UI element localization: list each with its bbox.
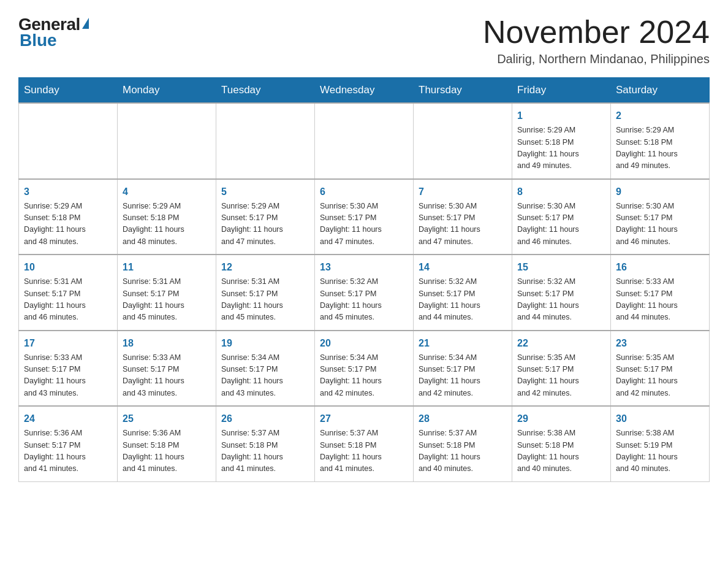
calendar-table: SundayMondayTuesdayWednesdayThursdayFrid… — [18, 77, 710, 482]
weekday-header-wednesday: Wednesday — [315, 78, 414, 104]
calendar-cell: 18Sunrise: 5:33 AM Sunset: 5:17 PM Dayli… — [118, 331, 216, 407]
calendar-cell: 6Sunrise: 5:30 AM Sunset: 5:17 PM Daylig… — [315, 179, 414, 255]
day-number: 21 — [419, 336, 507, 351]
calendar-header: SundayMondayTuesdayWednesdayThursdayFrid… — [19, 78, 710, 104]
day-number: 10 — [24, 260, 112, 275]
calendar-week-4: 17Sunrise: 5:33 AM Sunset: 5:17 PM Dayli… — [19, 331, 710, 407]
day-info: Sunrise: 5:33 AM Sunset: 5:17 PM Dayligh… — [123, 352, 211, 400]
day-info: Sunrise: 5:38 AM Sunset: 5:19 PM Dayligh… — [616, 427, 704, 475]
day-number: 25 — [123, 412, 211, 426]
calendar-cell — [216, 103, 315, 179]
calendar-cell: 28Sunrise: 5:37 AM Sunset: 5:18 PM Dayli… — [414, 406, 512, 481]
calendar-cell: 7Sunrise: 5:30 AM Sunset: 5:17 PM Daylig… — [414, 179, 512, 255]
calendar-cell: 24Sunrise: 5:36 AM Sunset: 5:17 PM Dayli… — [19, 406, 118, 481]
calendar-cell: 22Sunrise: 5:35 AM Sunset: 5:17 PM Dayli… — [512, 331, 611, 407]
calendar-cell — [414, 103, 512, 179]
day-number: 8 — [517, 185, 605, 199]
day-number: 7 — [419, 185, 507, 199]
calendar-cell: 26Sunrise: 5:37 AM Sunset: 5:18 PM Dayli… — [216, 406, 315, 481]
calendar-week-3: 10Sunrise: 5:31 AM Sunset: 5:17 PM Dayli… — [19, 255, 710, 331]
calendar-cell: 13Sunrise: 5:32 AM Sunset: 5:17 PM Dayli… — [315, 255, 414, 331]
weekday-header-saturday: Saturday — [611, 78, 710, 104]
calendar-week-2: 3Sunrise: 5:29 AM Sunset: 5:18 PM Daylig… — [19, 179, 710, 255]
calendar-cell: 1Sunrise: 5:29 AM Sunset: 5:18 PM Daylig… — [512, 103, 611, 179]
calendar-cell: 12Sunrise: 5:31 AM Sunset: 5:17 PM Dayli… — [216, 255, 315, 331]
day-info: Sunrise: 5:31 AM Sunset: 5:17 PM Dayligh… — [123, 276, 211, 324]
weekday-header-monday: Monday — [118, 78, 216, 104]
day-info: Sunrise: 5:30 AM Sunset: 5:17 PM Dayligh… — [419, 201, 507, 248]
day-number: 6 — [320, 185, 408, 199]
day-number: 22 — [517, 336, 605, 351]
calendar-cell: 20Sunrise: 5:34 AM Sunset: 5:17 PM Dayli… — [315, 331, 414, 407]
day-info: Sunrise: 5:36 AM Sunset: 5:18 PM Dayligh… — [123, 427, 211, 475]
day-info: Sunrise: 5:30 AM Sunset: 5:17 PM Dayligh… — [616, 201, 704, 248]
calendar-cell: 8Sunrise: 5:30 AM Sunset: 5:17 PM Daylig… — [512, 179, 611, 255]
day-number: 18 — [123, 336, 211, 351]
calendar-cell: 27Sunrise: 5:37 AM Sunset: 5:18 PM Dayli… — [315, 406, 414, 481]
day-number: 12 — [221, 260, 309, 275]
day-number: 5 — [221, 185, 309, 199]
day-info: Sunrise: 5:30 AM Sunset: 5:17 PM Dayligh… — [517, 201, 605, 248]
day-info: Sunrise: 5:37 AM Sunset: 5:18 PM Dayligh… — [221, 427, 309, 475]
weekday-header-tuesday: Tuesday — [216, 78, 315, 104]
day-info: Sunrise: 5:37 AM Sunset: 5:18 PM Dayligh… — [320, 427, 408, 475]
title-area: November 2024 Dalirig, Northern Mindanao… — [483, 15, 710, 66]
day-info: Sunrise: 5:32 AM Sunset: 5:17 PM Dayligh… — [419, 276, 507, 324]
day-number: 17 — [24, 336, 112, 351]
calendar-cell: 15Sunrise: 5:32 AM Sunset: 5:17 PM Dayli… — [512, 255, 611, 331]
calendar-cell: 21Sunrise: 5:34 AM Sunset: 5:17 PM Dayli… — [414, 331, 512, 407]
weekday-header-thursday: Thursday — [414, 78, 512, 104]
day-info: Sunrise: 5:29 AM Sunset: 5:18 PM Dayligh… — [616, 124, 704, 172]
page-subtitle: Dalirig, Northern Mindanao, Philippines — [483, 52, 710, 66]
day-number: 3 — [24, 185, 112, 199]
calendar-week-5: 24Sunrise: 5:36 AM Sunset: 5:17 PM Dayli… — [19, 406, 710, 481]
day-info: Sunrise: 5:37 AM Sunset: 5:18 PM Dayligh… — [419, 427, 507, 475]
day-info: Sunrise: 5:29 AM Sunset: 5:18 PM Dayligh… — [517, 124, 605, 172]
calendar-cell: 30Sunrise: 5:38 AM Sunset: 5:19 PM Dayli… — [611, 406, 710, 481]
weekday-header-friday: Friday — [512, 78, 611, 104]
calendar-cell: 10Sunrise: 5:31 AM Sunset: 5:17 PM Dayli… — [19, 255, 118, 331]
day-info: Sunrise: 5:34 AM Sunset: 5:17 PM Dayligh… — [320, 352, 408, 400]
calendar-cell: 3Sunrise: 5:29 AM Sunset: 5:18 PM Daylig… — [19, 179, 118, 255]
logo-blue-text: Blue — [20, 31, 57, 50]
day-number: 2 — [616, 109, 704, 123]
logo-triangle-icon — [82, 18, 89, 29]
page-header: General Blue November 2024 Dalirig, Nort… — [18, 15, 710, 66]
day-number: 15 — [517, 260, 605, 275]
day-info: Sunrise: 5:33 AM Sunset: 5:17 PM Dayligh… — [24, 352, 112, 400]
day-number: 30 — [616, 412, 704, 426]
day-number: 9 — [616, 185, 704, 199]
calendar-cell: 5Sunrise: 5:29 AM Sunset: 5:17 PM Daylig… — [216, 179, 315, 255]
day-info: Sunrise: 5:29 AM Sunset: 5:17 PM Dayligh… — [221, 201, 309, 248]
calendar-cell — [19, 103, 118, 179]
day-info: Sunrise: 5:31 AM Sunset: 5:17 PM Dayligh… — [24, 276, 112, 324]
day-number: 26 — [221, 412, 309, 426]
calendar-cell — [118, 103, 216, 179]
calendar-cell — [315, 103, 414, 179]
calendar-cell: 2Sunrise: 5:29 AM Sunset: 5:18 PM Daylig… — [611, 103, 710, 179]
day-info: Sunrise: 5:32 AM Sunset: 5:17 PM Dayligh… — [517, 276, 605, 324]
day-number: 24 — [24, 412, 112, 426]
day-number: 20 — [320, 336, 408, 351]
day-info: Sunrise: 5:29 AM Sunset: 5:18 PM Dayligh… — [123, 201, 211, 248]
calendar-body: 1Sunrise: 5:29 AM Sunset: 5:18 PM Daylig… — [19, 103, 710, 481]
calendar-cell: 4Sunrise: 5:29 AM Sunset: 5:18 PM Daylig… — [118, 179, 216, 255]
day-info: Sunrise: 5:38 AM Sunset: 5:18 PM Dayligh… — [517, 427, 605, 475]
day-info: Sunrise: 5:30 AM Sunset: 5:17 PM Dayligh… — [320, 201, 408, 248]
calendar-cell: 17Sunrise: 5:33 AM Sunset: 5:17 PM Dayli… — [19, 331, 118, 407]
day-number: 4 — [123, 185, 211, 199]
day-number: 11 — [123, 260, 211, 275]
weekday-header-row: SundayMondayTuesdayWednesdayThursdayFrid… — [19, 78, 710, 104]
day-info: Sunrise: 5:29 AM Sunset: 5:18 PM Dayligh… — [24, 201, 112, 248]
day-info: Sunrise: 5:36 AM Sunset: 5:17 PM Dayligh… — [24, 427, 112, 475]
page-title: November 2024 — [483, 15, 710, 50]
calendar-cell: 9Sunrise: 5:30 AM Sunset: 5:17 PM Daylig… — [611, 179, 710, 255]
day-number: 19 — [221, 336, 309, 351]
day-info: Sunrise: 5:35 AM Sunset: 5:17 PM Dayligh… — [517, 352, 605, 400]
calendar-week-1: 1Sunrise: 5:29 AM Sunset: 5:18 PM Daylig… — [19, 103, 710, 179]
day-info: Sunrise: 5:35 AM Sunset: 5:17 PM Dayligh… — [616, 352, 704, 400]
calendar-cell: 19Sunrise: 5:34 AM Sunset: 5:17 PM Dayli… — [216, 331, 315, 407]
day-number: 14 — [419, 260, 507, 275]
weekday-header-sunday: Sunday — [19, 78, 118, 104]
calendar-cell: 23Sunrise: 5:35 AM Sunset: 5:17 PM Dayli… — [611, 331, 710, 407]
